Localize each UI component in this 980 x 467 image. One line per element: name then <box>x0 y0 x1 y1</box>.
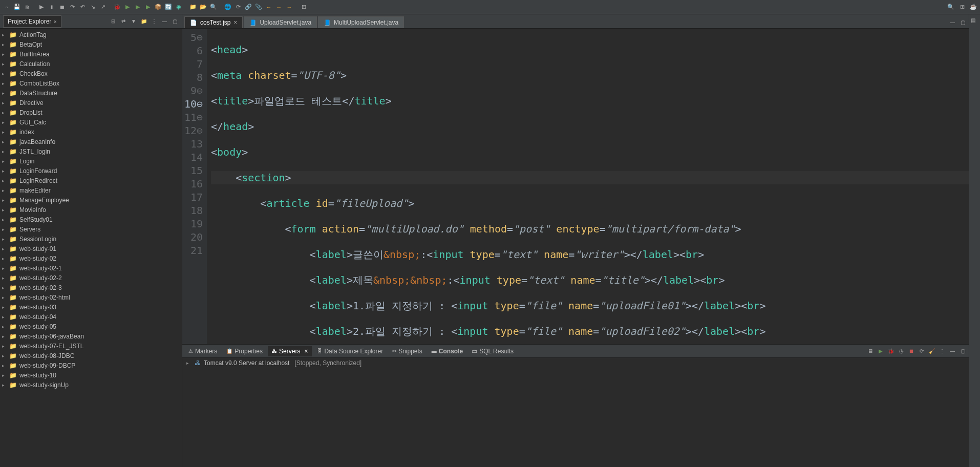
tree-item[interactable]: ▸📁javaBeanInfo <box>0 137 182 146</box>
tree-item[interactable]: ▸📁web-study-10 <box>0 370 182 380</box>
tree-item[interactable]: ▸📁web-study-signUp <box>0 380 182 390</box>
bottom-tab[interactable]: 🗄Data Source Explorer <box>313 346 387 356</box>
expand-arrow-icon[interactable]: ▸ <box>2 285 7 290</box>
tree-item[interactable]: ▸📁web-study-09-DBCP <box>0 360 182 370</box>
tree-item[interactable]: ▸📁Servers <box>0 224 182 234</box>
expand-arrow-icon[interactable]: ▸ <box>2 120 7 125</box>
expand-arrow-icon[interactable]: ▸ <box>2 130 7 135</box>
menu-icon[interactable]: ⋮ <box>150 17 158 26</box>
server-stop-icon[interactable]: ⏹ <box>907 347 915 355</box>
project-explorer-tab[interactable]: Project Explorer × <box>3 15 61 28</box>
server-row[interactable]: ▸ 🖧 Tomcat v9.0 Server at localhost [Sto… <box>182 358 969 368</box>
expand-arrow-icon[interactable]: ▸ <box>2 383 7 388</box>
expand-arrow-icon[interactable]: ▸ <box>2 344 7 349</box>
tree-item[interactable]: ▸📁BetaOpt <box>0 39 182 49</box>
bottom-tab[interactable]: ⚠Markers <box>184 346 221 356</box>
open-persp-icon[interactable]: ⊞ <box>957 3 967 12</box>
tree-item[interactable]: ▸📁LoginRedirect <box>0 176 182 185</box>
server-new-icon[interactable]: 🖥 <box>866 347 875 355</box>
expand-arrow-icon[interactable]: ▸ <box>2 373 7 378</box>
stepinto-icon[interactable]: ↘ <box>88 3 97 12</box>
expand-arrow-icon[interactable]: ▸ <box>2 256 7 261</box>
refresh-icon[interactable]: 🔄 <box>164 3 173 12</box>
tree-item[interactable]: ▸📁LoginForward <box>0 166 182 176</box>
close-icon[interactable]: × <box>53 18 56 25</box>
globe-icon[interactable]: 🌐 <box>223 3 232 12</box>
expand-arrow-icon[interactable]: ▸ <box>2 334 7 339</box>
new-icon[interactable]: ▫ <box>2 3 11 12</box>
server-publish-icon[interactable]: ⟳ <box>918 347 926 355</box>
expand-arrow-icon[interactable]: ▸ <box>2 81 7 86</box>
expand-arrow-icon[interactable]: ▸ <box>2 168 7 174</box>
run-ext-icon[interactable]: ▶ <box>143 3 153 12</box>
forward-icon[interactable]: → <box>285 3 294 12</box>
server-clean-icon[interactable]: 🧹 <box>928 347 936 355</box>
expand-arrow-icon[interactable]: ▸ <box>2 110 7 115</box>
expand-arrow-icon[interactable]: ▸ <box>2 217 7 222</box>
debug-icon[interactable]: 🐞 <box>113 3 122 12</box>
bottom-tab[interactable]: 📋Properties <box>222 346 267 356</box>
expand-arrow-icon[interactable]: ▸ <box>2 178 7 183</box>
tree-item[interactable]: ▸📁Calculation <box>0 59 182 69</box>
tree-item[interactable]: ▸📁web-study-02-html <box>0 292 182 302</box>
expand-arrow-icon[interactable]: ▸ <box>2 188 7 193</box>
folder-icon[interactable]: 📁 <box>140 17 148 26</box>
editor-tab[interactable]: 📘UploadServlet.java <box>244 16 317 28</box>
link-editor-icon[interactable]: ⇄ <box>119 17 127 26</box>
folder-icon[interactable]: 📁 <box>188 3 198 12</box>
maximize-icon[interactable]: ▢ <box>171 17 179 26</box>
expand-arrow-icon[interactable]: ▸ <box>2 149 7 154</box>
save-icon[interactable]: 💾 <box>12 3 22 12</box>
tree-item[interactable]: ▸📁web-study-07-EL_JSTL <box>0 341 182 351</box>
expand-arrow-icon[interactable]: ▸ <box>2 71 7 76</box>
server-profile-icon[interactable]: ◷ <box>897 347 905 355</box>
code-area[interactable]: <head> <meta charset="UTF-8"> <title>파일업… <box>207 29 969 344</box>
expand-arrow-icon[interactable]: ▸ <box>2 207 7 213</box>
tree-item[interactable]: ▸📁BuiltInArea <box>0 49 182 59</box>
expand-arrow-icon[interactable]: ▸ <box>2 353 7 358</box>
back-icon[interactable]: ← <box>264 3 273 12</box>
project-tree[interactable]: ▸📁ActionTag▸📁BetaOpt▸📁BuiltInArea▸📁Calcu… <box>0 29 182 467</box>
expand-arrow-icon[interactable]: ▸ <box>2 275 7 281</box>
server-start-icon[interactable]: ▶ <box>877 347 885 355</box>
expand-arrow-icon[interactable]: ▸ <box>2 100 7 105</box>
expand-arrow-icon[interactable]: ▸ <box>2 363 7 368</box>
tree-item[interactable]: ▸📁web-study-01 <box>0 244 182 253</box>
expand-arrow-icon[interactable]: ▸ <box>2 295 7 300</box>
tree-item[interactable]: ▸📁web-study-02-2 <box>0 273 182 283</box>
expand-arrow-icon[interactable]: ▸ <box>2 324 7 329</box>
skip-icon[interactable]: ◉ <box>174 3 183 12</box>
stepover-icon[interactable]: ↶ <box>78 3 87 12</box>
tree-item[interactable]: ▸📁ActionTag <box>0 30 182 39</box>
close-icon[interactable]: × <box>304 348 308 355</box>
tree-item[interactable]: ▸📁web-study-08-JDBC <box>0 351 182 360</box>
maximize-editor-icon[interactable]: ▢ <box>958 18 967 26</box>
bottom-tab[interactable]: ▬Console <box>428 346 467 356</box>
tree-item[interactable]: ▸📁SessionLogin <box>0 234 182 244</box>
tree-item[interactable]: ▸📁JSTL_login <box>0 146 182 156</box>
tree-item[interactable]: ▸📁MovieInfo <box>0 205 182 215</box>
tree-item[interactable]: ▸📁Directive <box>0 98 182 108</box>
expand-arrow-icon[interactable]: ▸ <box>2 237 7 242</box>
pause-icon[interactable]: ⏸ <box>47 3 56 12</box>
search-icon[interactable]: 🔍 <box>209 3 218 12</box>
stop-icon[interactable]: ⏹ <box>57 3 67 12</box>
play-green-icon[interactable]: ▶ <box>123 3 132 12</box>
tree-item[interactable]: ▸📁web-study-02 <box>0 253 182 263</box>
run-icon[interactable]: ▶ <box>37 3 46 12</box>
expand-arrow-icon[interactable]: ▸ <box>2 32 7 37</box>
perspective-icon[interactable]: ⊞ <box>299 3 308 12</box>
maximize-bottom-icon[interactable]: ▢ <box>958 347 967 355</box>
link-icon[interactable]: 🔗 <box>244 3 253 12</box>
expand-arrow-icon[interactable]: ▸ <box>2 159 7 164</box>
minimize-editor-icon[interactable]: — <box>948 18 956 26</box>
bottom-tab[interactable]: ✂Snippets <box>388 346 427 356</box>
tree-item[interactable]: ▸📁web-study-02-1 <box>0 263 182 273</box>
server-debug-icon[interactable]: 🐞 <box>887 347 895 355</box>
java-persp-icon[interactable]: ☕ <box>969 3 978 12</box>
outline-icon[interactable]: ▤ <box>971 17 979 26</box>
expand-arrow-icon[interactable]: ▸ <box>186 360 191 366</box>
newfolder-icon[interactable]: 📂 <box>199 3 208 12</box>
expand-arrow-icon[interactable]: ▸ <box>2 227 7 232</box>
tree-item[interactable]: ▸📁DropList <box>0 108 182 117</box>
